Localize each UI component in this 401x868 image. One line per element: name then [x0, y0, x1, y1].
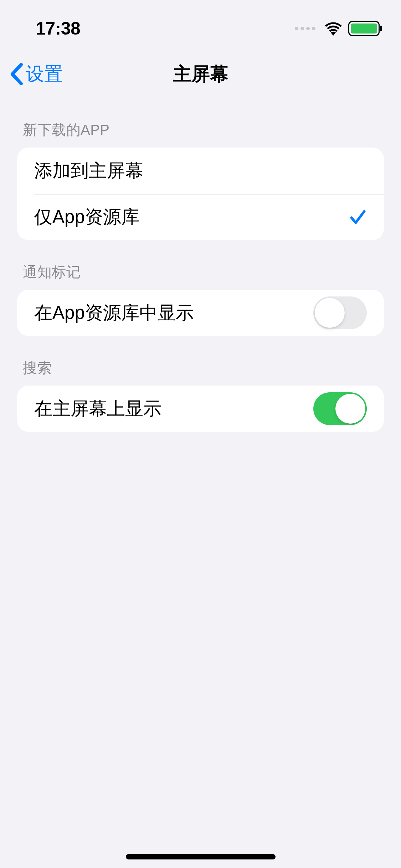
group-badges: 在App资源库中显示	[17, 290, 384, 336]
section-header-badges: 通知标记	[17, 240, 384, 290]
row-show-on-home: 在主屏幕上显示	[17, 386, 384, 432]
wifi-icon	[324, 21, 343, 36]
row-label: 在App资源库中显示	[34, 301, 194, 325]
section-header-search: 搜索	[17, 336, 384, 386]
checkmark-icon	[349, 208, 367, 226]
page-title: 主屏幕	[173, 62, 228, 87]
row-add-to-home[interactable]: 添加到主屏幕	[17, 148, 384, 194]
back-button[interactable]: 设置	[10, 62, 63, 87]
signal-dots-icon	[295, 27, 315, 30]
navigation-bar: 设置 主屏幕	[0, 50, 401, 98]
home-indicator[interactable]	[126, 854, 276, 859]
row-label: 仅App资源库	[34, 205, 139, 229]
settings-content: 新下载的APP 添加到主屏幕 仅App资源库 通知标记 在App资源库中显示 搜…	[0, 98, 401, 432]
status-indicators	[295, 21, 380, 36]
chevron-left-icon	[10, 63, 24, 85]
row-label: 添加到主屏幕	[34, 159, 143, 183]
group-search: 在主屏幕上显示	[17, 386, 384, 432]
switch-show-in-app-library[interactable]	[313, 296, 367, 329]
battery-icon	[348, 21, 380, 36]
status-bar: 17:38	[0, 0, 401, 50]
row-show-in-app-library: 在App资源库中显示	[17, 290, 384, 336]
back-label: 设置	[26, 62, 63, 87]
row-label: 在主屏幕上显示	[34, 397, 161, 421]
group-new-downloads: 添加到主屏幕 仅App资源库	[17, 148, 384, 240]
row-app-library-only[interactable]: 仅App资源库	[17, 194, 384, 240]
section-header-new-downloads: 新下载的APP	[17, 98, 384, 148]
switch-show-on-home[interactable]	[313, 392, 367, 425]
status-time: 17:38	[36, 18, 80, 39]
